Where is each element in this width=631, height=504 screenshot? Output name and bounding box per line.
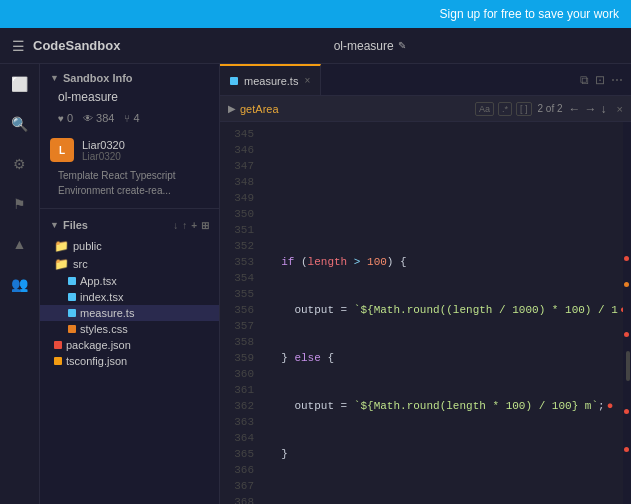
menu-icon[interactable]: ☰ <box>12 38 25 54</box>
search-term: getArea <box>240 103 279 115</box>
prev-match-icon[interactable]: ← <box>569 102 581 116</box>
add-file-icon[interactable]: + <box>191 220 197 231</box>
user-info[interactable]: L Liar0320 Liar0320 <box>40 132 219 168</box>
code-line: } <box>268 446 631 462</box>
file-tsconfig-json[interactable]: tsconfig.json <box>40 353 219 369</box>
tsx-dot-icon <box>68 277 76 285</box>
sort-up-icon[interactable]: ↑ <box>182 220 187 231</box>
sidebar-stats: ♥ 0 👁 384 ⑂ 4 <box>40 110 219 132</box>
error-marker-5 <box>624 447 629 452</box>
avatar: L <box>50 138 74 162</box>
deploy-icon[interactable]: ▲ <box>8 232 32 256</box>
code-line: if (length > 100) { <box>268 254 631 270</box>
chevron-icon: ▼ <box>50 73 59 83</box>
heart-icon: ♥ <box>58 113 64 124</box>
file-index-tsx[interactable]: index.tsx <box>40 289 219 305</box>
tab-bar: measure.ts × ⧉ ⊡ ⋯ <box>220 64 631 96</box>
whole-word-btn[interactable]: .* <box>498 102 512 116</box>
close-search-icon[interactable]: × <box>617 103 623 115</box>
signup-banner[interactable]: Sign up for free to save your work <box>0 0 631 28</box>
code-line <box>268 158 631 174</box>
code-line: output = `${Math.round((length / 1000) *… <box>268 302 631 318</box>
expand-icon[interactable]: ⊡ <box>595 73 605 87</box>
folder-icon: 📁 <box>54 257 69 271</box>
code-line <box>268 494 631 504</box>
app-title: CodeSandbox <box>33 38 120 53</box>
files-icon[interactable]: ⬜ <box>8 72 32 96</box>
more-options-icon[interactable]: ⋯ <box>611 73 623 87</box>
code-line: output = `${Math.round(length * 100) / 1… <box>268 398 631 414</box>
team-icon[interactable]: 👥 <box>8 272 32 296</box>
folder-icon: 📁 <box>54 239 69 253</box>
sort-down-icon[interactable]: ↓ <box>173 220 178 231</box>
sandbox-name: ol-measure ✎ <box>334 39 406 53</box>
banner-text: Sign up for free to save your work <box>440 7 619 21</box>
search-arrow-icon: ▶ <box>228 103 236 114</box>
editor-area: measure.ts × ⧉ ⊡ ⋯ ▶ getArea Aa .* <box>220 64 631 504</box>
files-chevron-icon: ▼ <box>50 220 59 230</box>
close-tab-icon[interactable]: × <box>304 75 310 86</box>
edit-sandbox-icon[interactable]: ✎ <box>398 40 406 51</box>
error-marker-3 <box>624 332 629 337</box>
line-numbers: 345 346 347 348 349 350 351 352 353 354 … <box>220 122 260 504</box>
folder-public[interactable]: 📁 public <box>40 237 219 255</box>
search-trigger: ▶ getArea <box>228 103 279 115</box>
css-dot-icon <box>68 325 76 333</box>
sidebar: ▼ Sandbox Info ol-measure ♥ 0 👁 384 ⑂ 4 <box>40 64 220 504</box>
eye-icon: 👁 <box>83 113 93 124</box>
file-measure-ts[interactable]: measure.ts <box>40 305 219 321</box>
user-handle: Liar0320 <box>82 151 125 162</box>
file-tree: 📁 public 📁 src App.tsx index.tsx <box>40 235 219 371</box>
fork-icon: ⑂ <box>124 113 130 124</box>
files-header: ▼ Files ↓ ↑ + ⊞ <box>40 213 219 235</box>
add-folder-icon[interactable]: ⊞ <box>201 220 209 231</box>
file-styles-css[interactable]: styles.css <box>40 321 219 337</box>
scrollbar-track[interactable] <box>623 122 631 504</box>
search-count: 2 of 2 <box>538 103 563 114</box>
expand-replace-icon[interactable]: ↓ <box>601 102 607 116</box>
tab-label: measure.ts <box>244 75 298 87</box>
template-label: Template React Typescript <box>40 168 219 183</box>
json2-dot-icon <box>54 357 62 365</box>
error-marker-4 <box>624 409 629 414</box>
error-marker-2 <box>624 282 629 287</box>
code-line: } else { <box>268 350 631 366</box>
next-match-icon[interactable]: → <box>585 102 597 116</box>
search-bar: ▶ getArea Aa .* [ ] 2 of 2 ← → ↓ × <box>220 96 631 122</box>
environment-label: Environment create-rea... <box>40 183 219 204</box>
error-marker-1 <box>624 256 629 261</box>
code-line <box>268 206 631 222</box>
icon-bar: ⬜ 🔍 ⚙ ⚑ ▲ 👥 <box>0 64 40 504</box>
tab-file-icon <box>230 77 238 85</box>
search-icon[interactable]: 🔍 <box>8 112 32 136</box>
json-dot-icon <box>54 341 62 349</box>
sidebar-divider <box>40 208 219 209</box>
code-lines: if (length > 100) { output = `${Math.rou… <box>260 122 631 504</box>
scrollbar-thumb[interactable] <box>626 351 630 381</box>
tab-measure-ts[interactable]: measure.ts × <box>220 64 321 95</box>
file-package-json[interactable]: package.json <box>40 337 219 353</box>
folder-src[interactable]: 📁 src <box>40 255 219 273</box>
ts-dot-icon <box>68 309 76 317</box>
flag-icon[interactable]: ⚑ <box>8 192 32 216</box>
split-editor-icon[interactable]: ⧉ <box>580 73 589 87</box>
tsx-dot-icon <box>68 293 76 301</box>
app-header: ☰ CodeSandbox ol-measure ✎ <box>0 28 631 64</box>
username: Liar0320 <box>82 139 125 151</box>
project-name: ol-measure <box>40 88 219 110</box>
settings-icon[interactable]: ⚙ <box>8 152 32 176</box>
sandbox-info-header[interactable]: ▼ Sandbox Info <box>40 64 219 88</box>
code-container: 345 346 347 348 349 350 351 352 353 354 … <box>220 122 631 504</box>
file-app-tsx[interactable]: App.tsx <box>40 273 219 289</box>
regex-btn[interactable]: [ ] <box>516 102 532 116</box>
case-sensitive-btn[interactable]: Aa <box>475 102 494 116</box>
